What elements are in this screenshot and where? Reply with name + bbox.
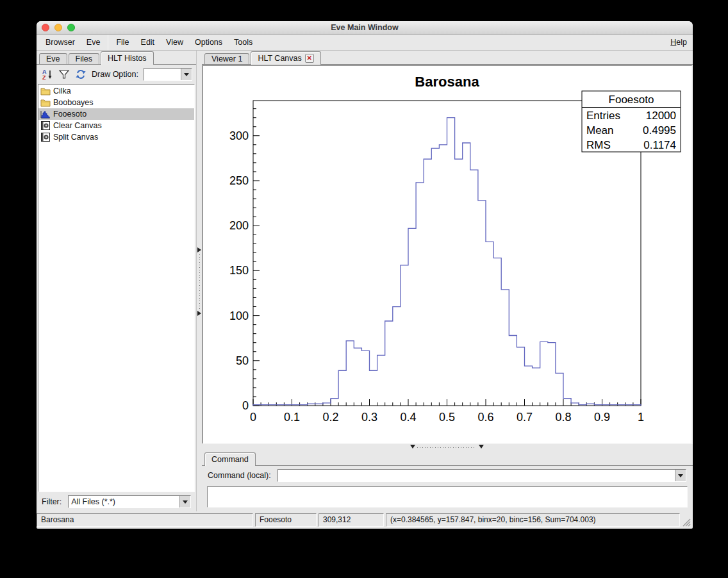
file-tree: CilkaBooboayesFooesotoClear CanvasSplit … <box>38 84 195 492</box>
folder-icon <box>40 98 51 107</box>
menu-separator <box>108 35 108 50</box>
title-bar[interactable]: Eve Main Window <box>37 21 693 35</box>
browser-toolbar: A Z <box>37 65 196 84</box>
splitter-dotted-line <box>417 447 476 448</box>
menu-options[interactable]: Options <box>189 38 228 47</box>
tab-files[interactable]: Files <box>69 53 99 65</box>
command-tabrow: Command <box>202 452 693 466</box>
svg-text:Z: Z <box>42 74 46 80</box>
splitter-collapse-icon[interactable] <box>197 247 201 252</box>
stats-row-value: 12000 <box>646 110 676 122</box>
tab-label: HLT Histos <box>108 52 147 65</box>
x-tick-label: 0.7 <box>517 411 533 424</box>
close-tab-icon[interactable]: ✕ <box>305 54 314 63</box>
status-section-1: Fooesoto <box>255 513 317 527</box>
eve-main-window: Eve Main Window BrowserEve FileEditViewO… <box>37 21 693 529</box>
tab-label: Viewer 1 <box>211 54 242 65</box>
x-tick-label: 0.4 <box>400 411 416 424</box>
command-row: Command (local): <box>202 466 693 485</box>
menu-view[interactable]: View <box>160 38 189 47</box>
viewer-tabrow: Viewer 1HLT Canvas✕ <box>202 51 693 65</box>
y-tick-label: 300 <box>229 129 249 142</box>
splitter-collapse-icon[interactable] <box>197 311 201 316</box>
menu-browser[interactable]: Browser <box>40 38 81 47</box>
tab-label: Eve <box>46 54 60 65</box>
status-bar: BarosanaFooesoto309,312(x=0.384565, y=15… <box>37 511 693 529</box>
stats-row-value: 0.4995 <box>643 124 676 136</box>
vertical-splitter[interactable] <box>196 51 202 511</box>
tab-hlt-histos[interactable]: HLT Histos <box>101 51 154 65</box>
x-tick-label: 0.1 <box>284 411 300 424</box>
tree-item-label: Fooesoto <box>53 110 87 119</box>
command-output[interactable] <box>207 486 688 508</box>
tab-eve[interactable]: Eve <box>39 53 67 65</box>
status-section-2: 309,312 <box>318 513 384 527</box>
tree-item-clear-canvas[interactable]: Clear Canvas <box>38 120 194 131</box>
tree-item-cilka[interactable]: Cilka <box>38 85 194 97</box>
window-title: Eve Main Window <box>331 23 398 32</box>
x-tick-label: 0 <box>250 411 256 424</box>
splitter-dotted-line <box>199 254 200 310</box>
x-tick-label: 0.9 <box>594 411 610 424</box>
x-tick-label: 1 <box>638 411 644 424</box>
dropdown-arrow-icon <box>675 470 686 481</box>
status-section-0: Barosana <box>37 513 253 527</box>
hlt-canvas[interactable]: Barosana00.10.20.30.40.50.60.70.80.91050… <box>202 65 693 444</box>
command-input[interactable] <box>278 470 675 481</box>
x-tick-label: 0.5 <box>439 411 455 424</box>
filter-label: Filter: <box>42 497 62 506</box>
histogram-icon <box>40 110 51 119</box>
draw-option-value <box>144 69 181 80</box>
command-prompt-label: Command (local): <box>208 471 271 480</box>
command-combobox[interactable] <box>277 469 686 482</box>
tree-item-split-canvas[interactable]: Split Canvas <box>38 131 194 143</box>
menu-tools[interactable]: Tools <box>228 38 258 47</box>
tab-label: HLT Canvas <box>258 52 301 65</box>
y-tick-label: 100 <box>229 310 249 322</box>
filter-row: Filter: All Files (*.*) <box>37 492 196 511</box>
zoom-window-button[interactable] <box>67 24 75 31</box>
browser-panel: EveFilesHLT Histos A Z <box>37 51 196 511</box>
tree-item-label: Split Canvas <box>53 133 98 142</box>
menu-eve[interactable]: Eve <box>81 38 106 47</box>
tree-item-fooesoto[interactable]: Fooesoto <box>38 108 194 120</box>
tree-item-label: Booboayes <box>53 98 94 107</box>
x-tick-label: 0.6 <box>477 411 493 424</box>
dropdown-arrow-icon <box>179 496 190 508</box>
resize-grip[interactable] <box>682 513 691 527</box>
dropdown-arrow-icon <box>181 69 192 80</box>
minimize-window-button[interactable] <box>54 24 62 31</box>
funnel-icon[interactable] <box>58 69 70 80</box>
plot-title: Barosana <box>415 74 479 90</box>
tab-command[interactable]: Command <box>204 452 256 466</box>
stats-row-label: RMS <box>586 139 611 151</box>
menu-file[interactable]: File <box>110 38 135 47</box>
draw-option-combobox[interactable] <box>144 68 192 81</box>
splitter-collapse-icon[interactable] <box>479 445 484 449</box>
x-tick-label: 0.2 <box>322 411 338 424</box>
close-window-button[interactable] <box>42 24 49 31</box>
refresh-icon[interactable] <box>75 69 87 80</box>
canvas-icon <box>40 133 51 142</box>
menu-edit[interactable]: Edit <box>135 38 161 47</box>
tree-item-booboayes[interactable]: Booboayes <box>38 97 194 108</box>
x-tick-label: 0.3 <box>361 411 377 424</box>
traffic-lights <box>42 21 75 34</box>
splitter-collapse-icon[interactable] <box>410 445 415 449</box>
filter-value: All Files (*.*) <box>69 496 179 508</box>
horizontal-splitter[interactable] <box>202 444 693 452</box>
tab-viewer-1[interactable]: Viewer 1 <box>204 53 249 65</box>
tab-label: Files <box>76 54 92 65</box>
tree-item-label: Cilka <box>53 87 71 95</box>
tab-command-label: Command <box>211 453 249 466</box>
menu-help[interactable]: Help <box>665 35 693 50</box>
stats-title: Fooesoto <box>609 94 654 106</box>
tab-hlt-canvas[interactable]: HLT Canvas✕ <box>251 51 320 65</box>
folder-icon <box>40 87 51 95</box>
filter-combobox[interactable]: All Files (*.*) <box>68 495 191 508</box>
tree-item-label: Clear Canvas <box>53 121 102 130</box>
stats-row-label: Mean <box>586 124 614 136</box>
sort-az-icon[interactable]: A Z <box>42 69 53 80</box>
histogram-plot[interactable]: Barosana00.10.20.30.40.50.60.70.80.91050… <box>203 66 691 443</box>
stats-row-label: Entries <box>586 110 620 122</box>
